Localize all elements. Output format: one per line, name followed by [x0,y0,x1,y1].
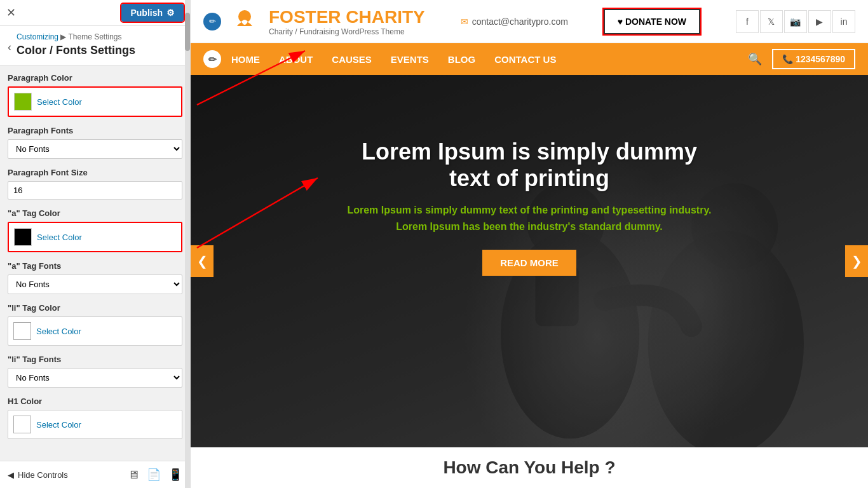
paragraph-color-row: Select Color [8,86,182,117]
site-nav: ✏ HOME ABOUT CAUSES EVENTS BLOG CONTACT … [191,43,868,75]
hero-section: Lorem Ipsum is simply dummy text of prin… [191,75,868,447]
donate-button[interactable]: ♥ DONATE NOW [604,9,700,34]
bottom-title: How Can You Help ? [203,458,855,478]
li-tag-color-select-button[interactable]: Select Color [36,327,81,336]
phone-badge: 📞 1234567890 [772,49,855,69]
hero-content: Lorem Ipsum is simply dummy text of prin… [307,113,752,301]
hide-controls-label: Hide Controls [18,470,68,480]
a-tag-color-row: Select Color [8,222,182,252]
a-tag-fonts-group: "a" Tag Fonts No Fonts Arial Helvetica [8,261,182,294]
paragraph-color-swatch[interactable] [14,93,32,111]
tablet-icon[interactable]: 📄 [147,468,161,482]
paragraph-fonts-label: Paragraph Fonts [8,126,182,135]
scrollbar[interactable] [185,0,190,488]
paragraph-fonts-group: Paragraph Fonts No Fonts Arial Helvetica… [8,126,182,159]
hero-cta-label: READ MORE [500,257,559,268]
logo-area: FOSTER CHARITY Charity / Fundraising Wor… [227,4,425,39]
h1-color-label: H1 Color [8,396,182,406]
gear-icon: ⚙ [166,8,175,18]
phone-number: 1234567890 [796,54,845,64]
bottom-section: How Can You Help ? [191,447,868,488]
nav-contact[interactable]: CONTACT US [494,54,556,65]
hero-title: Lorem Ipsum is simply dummy text of prin… [345,139,714,192]
panel-nav: ‹ Customizing ▶ Theme Settings Color / F… [0,26,190,65]
h1-color-group: H1 Color Select Color [8,396,182,439]
panel-content: Paragraph Color Select Color Paragraph F… [0,65,190,461]
nav-blog[interactable]: BLOG [448,54,475,65]
social-icons-group: f 𝕏 📷 ▶ in [736,10,855,33]
panel-top-bar: ✕ Publish ⚙ [0,0,190,26]
hero-prev-button[interactable]: ❮ [191,245,214,277]
paragraph-font-size-group: Paragraph Font Size [8,168,182,200]
paragraph-font-size-input[interactable] [8,181,182,200]
hero-cta-button[interactable]: READ MORE [482,250,576,276]
logo-text: FOSTER CHARITY Charity / Fundraising Wor… [269,7,425,36]
hide-controls-button[interactable]: ◀ Hide Controls [8,470,68,480]
breadcrumb: Customizing ▶ Theme Settings [17,32,135,41]
hero-next-button[interactable]: ❯ [845,245,868,277]
nav-edit-circle[interactable]: ✏ [203,50,221,68]
contact-email: contact@charitypro.com [472,17,568,27]
li-tag-color-group: "li" Tag Color Select Color [8,303,182,346]
nav-causes[interactable]: CAUSES [332,54,372,65]
li-tag-fonts-select[interactable]: No Fonts Arial Helvetica [8,368,182,388]
paragraph-fonts-select[interactable]: No Fonts Arial Helvetica Georgia [8,139,182,159]
site-tagline: Charity / Fundraising WordPress Theme [269,27,425,36]
facebook-icon[interactable]: f [736,10,759,33]
contact-area: ✉ contact@charitypro.com [461,17,568,27]
nav-right: 🔍 📞 1234567890 [748,49,855,69]
li-tag-color-swatch[interactable] [13,322,31,340]
publish-label: Publish [130,8,163,18]
a-tag-fonts-select[interactable]: No Fonts Arial Helvetica [8,274,182,294]
phone-icon: 📞 [782,54,793,64]
h1-color-select-button[interactable]: Select Color [36,420,81,430]
hero-subtitle: Lorem Ipsum is simply dummy text of the … [345,202,714,234]
li-tag-color-label: "li" Tag Color [8,303,182,313]
site-name-part2: CHARITY [346,7,424,27]
donate-label: ♥ DONATE NOW [618,17,686,27]
hide-arrow-icon: ◀ [8,470,14,480]
linkedin-icon[interactable]: in [832,10,855,33]
a-tag-color-group: "a" Tag Color Select Color [8,208,182,252]
nav-links: HOME ABOUT CAUSES EVENTS BLOG CONTACT US [231,54,748,65]
scrollbar-thumb [185,13,190,51]
customizer-panel: ✕ Publish ⚙ ‹ Customizing ▶ Theme Settin… [0,0,191,488]
publish-area: Publish ⚙ [121,4,184,22]
mobile-icon[interactable]: 📱 [168,468,182,482]
site-name-part1: FOSTER [269,7,346,27]
paragraph-font-size-label: Paragraph Font Size [8,168,182,177]
desktop-icon[interactable]: 🖥 [128,468,139,482]
h1-color-row: Select Color [8,410,182,439]
breadcrumb-customizing[interactable]: Customizing [17,32,58,41]
youtube-icon[interactable]: ▶ [808,10,831,33]
hero-next-icon: ❯ [851,254,862,269]
a-tag-color-label: "a" Tag Color [8,208,182,218]
paragraph-color-select-button[interactable]: Select Color [37,97,82,107]
close-button[interactable]: ✕ [6,6,16,20]
li-tag-color-row: Select Color [8,316,182,346]
hero-prev-icon: ❮ [197,254,208,269]
twitter-icon[interactable]: 𝕏 [760,10,783,33]
panel-title: Color / Fonts Settings [17,44,135,62]
h1-color-swatch[interactable] [13,416,31,433]
device-icons-group: 🖥 📄 📱 [128,468,182,482]
search-icon[interactable]: 🔍 [748,52,762,66]
site-preview: ✏ FOSTER CHARITY Charity / Fundraising W… [191,0,868,488]
paragraph-color-group: Paragraph Color Select Color [8,73,182,117]
a-tag-fonts-label: "a" Tag Fonts [8,261,182,271]
breadcrumb-theme-settings: Theme Settings [68,32,121,41]
a-tag-color-select-button[interactable]: Select Color [37,233,82,242]
mail-icon: ✉ [461,17,468,27]
nav-events[interactable]: EVENTS [391,54,429,65]
publish-button[interactable]: Publish ⚙ [121,4,184,22]
a-tag-color-swatch[interactable] [14,228,32,246]
back-button[interactable]: ‹ [8,41,11,54]
nav-home[interactable]: HOME [231,54,260,65]
li-tag-fonts-group: "li" Tag Fonts No Fonts Arial Helvetica [8,355,182,388]
site-topbar: ✏ FOSTER CHARITY Charity / Fundraising W… [191,0,868,43]
instagram-icon[interactable]: 📷 [784,10,807,33]
paragraph-color-label: Paragraph Color [8,73,182,83]
topbar-edit-circle[interactable]: ✏ [203,13,221,30]
nav-about[interactable]: ABOUT [279,54,313,65]
panel-footer: ◀ Hide Controls 🖥 📄 📱 [0,461,190,488]
